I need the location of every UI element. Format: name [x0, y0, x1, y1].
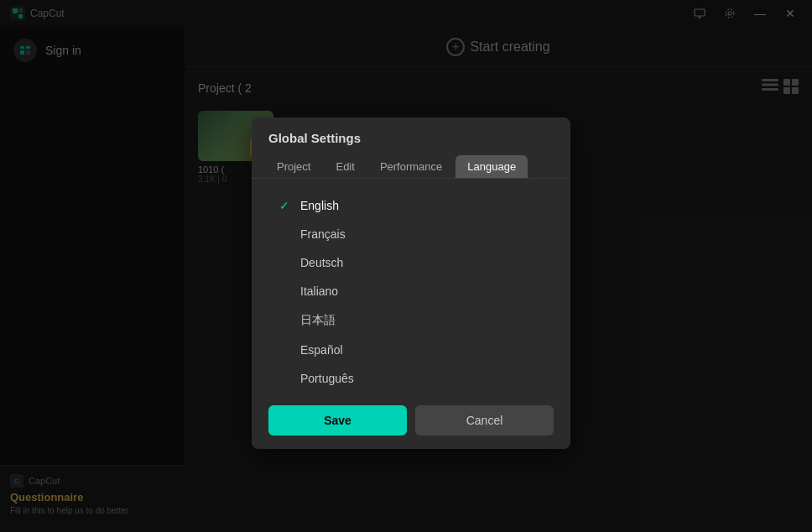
language-label-japanese: 日本語 [300, 313, 336, 328]
modal-title: Global Settings [252, 117, 570, 145]
language-label-deutsch: Deutsch [300, 256, 343, 269]
language-item-english[interactable]: ✓ English [268, 192, 554, 219]
check-icon: ✓ [277, 199, 292, 212]
save-button[interactable]: Save [268, 405, 407, 436]
modal-tabs: Project Edit Performance Language [252, 145, 570, 179]
tab-project[interactable]: Project [265, 155, 322, 178]
language-item-japanese[interactable]: 日本語 [268, 306, 554, 335]
tab-edit[interactable]: Edit [324, 155, 366, 178]
language-list: ✓ English Français Deutsch Italiano [268, 192, 554, 392]
language-label-english: English [300, 199, 339, 212]
tab-performance[interactable]: Performance [368, 155, 454, 178]
modal-body: ✓ English Français Deutsch Italiano [252, 179, 570, 405]
modal-overlay: Global Settings Project Edit Performance… [0, 0, 812, 532]
language-item-portugues[interactable]: Português [268, 365, 554, 392]
language-label-portugues: Português [300, 372, 354, 385]
tab-language[interactable]: Language [455, 155, 528, 178]
language-item-francais[interactable]: Français [268, 221, 554, 248]
language-item-italiano[interactable]: Italiano [268, 278, 554, 305]
language-label-francais: Français [300, 227, 346, 241]
modal-footer: Save Cancel [252, 405, 570, 449]
language-label-italiano: Italiano [300, 284, 338, 298]
cancel-button[interactable]: Cancel [415, 405, 554, 436]
language-item-espanol[interactable]: Español [268, 336, 554, 363]
language-item-deutsch[interactable]: Deutsch [268, 249, 554, 276]
language-label-espanol: Español [300, 343, 343, 357]
global-settings-modal: Global Settings Project Edit Performance… [252, 117, 570, 449]
